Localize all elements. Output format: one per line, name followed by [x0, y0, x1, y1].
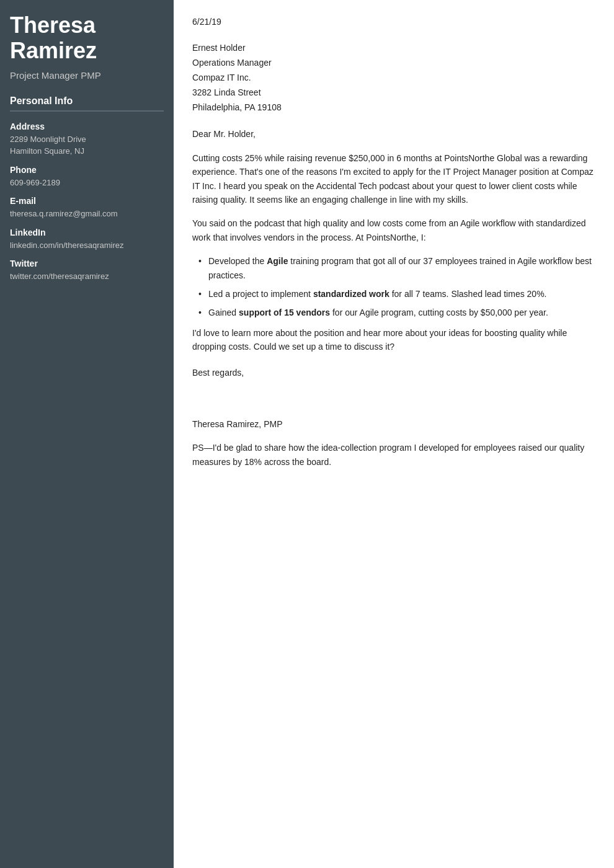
letter-date: 6/21/19: [192, 15, 595, 29]
bullet-item-1: Developed the Agile training program tha…: [198, 254, 595, 282]
linkedin-value: linkedin.com/in/theresaqramirez: [10, 239, 164, 252]
signature: Theresa Ramirez, PMP: [192, 417, 595, 431]
paragraph-2-intro: You said on the podcast that high qualit…: [192, 216, 595, 244]
recipient-block: Ernest Holder Operations Manager Compaz …: [192, 41, 595, 115]
paragraph-3: I'd love to learn more about the positio…: [192, 326, 595, 354]
personal-info-heading: Personal Info: [10, 95, 164, 112]
recipient-street: 3282 Linda Street: [192, 86, 595, 100]
ps-paragraph: PS—I'd be glad to share how the idea-col…: [192, 441, 595, 469]
letter-body: 6/21/19 Ernest Holder Operations Manager…: [174, 0, 614, 868]
bullet3-bold: support of 15 vendors: [239, 308, 330, 317]
phone-value: 609-969-2189: [10, 177, 164, 189]
recipient-city: Philadelphia, PA 19108: [192, 100, 595, 115]
twitter-value: twitter.com/theresaqramirez: [10, 270, 164, 283]
closing: Best regards,: [192, 366, 595, 379]
recipient-name: Ernest Holder: [192, 41, 595, 56]
bullet2-bold: standardized work: [313, 289, 389, 299]
bullet1-bold: Agile: [267, 256, 288, 266]
greeting: Dear Mr. Holder,: [192, 127, 595, 141]
bullet-item-3: Gained support of 15 vendors for our Agi…: [198, 306, 595, 319]
applicant-title: Project Manager PMP: [10, 70, 164, 81]
recipient-company: Compaz IT Inc.: [192, 71, 595, 86]
twitter-label: Twitter: [10, 259, 164, 268]
email-label: E-mail: [10, 196, 164, 206]
sidebar: Theresa Ramirez Project Manager PMP Pers…: [0, 0, 174, 868]
recipient-title: Operations Manager: [192, 56, 595, 71]
paragraph-1: Cutting costs 25% while raising revenue …: [192, 151, 595, 207]
phone-label: Phone: [10, 165, 164, 175]
address-label: Address: [10, 122, 164, 131]
address-value: 2289 Moonlight Drive Hamilton Square, NJ: [10, 133, 164, 157]
email-value: theresa.q.ramirez@gmail.com: [10, 208, 164, 220]
bullet-item-2: Led a project to implement standardized …: [198, 287, 595, 301]
linkedin-label: LinkedIn: [10, 228, 164, 237]
applicant-name: Theresa Ramirez: [10, 12, 164, 64]
bullet-list: Developed the Agile training program tha…: [198, 254, 595, 320]
